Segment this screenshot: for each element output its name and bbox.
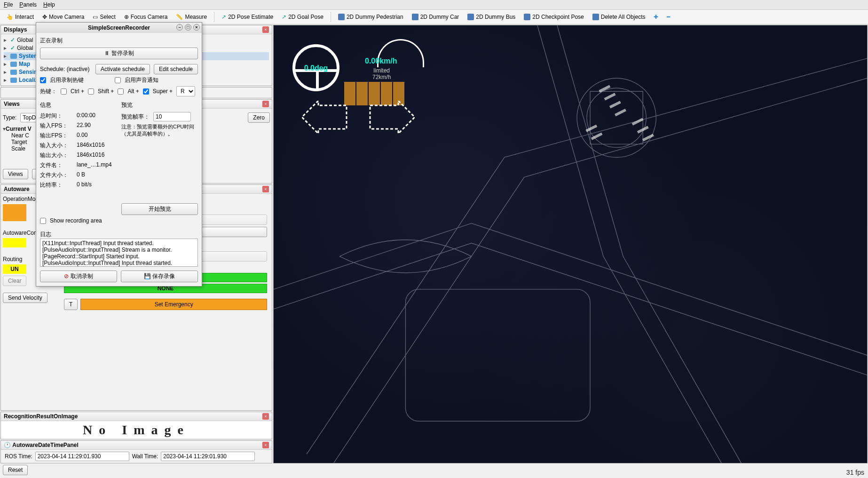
3d-viewport[interactable]: 0.0deg 0.00km/h limited72km/h <box>273 25 868 463</box>
ctrl-checkbox[interactable] <box>61 88 67 95</box>
left-arrow-icon <box>302 101 349 134</box>
save-recording-button[interactable]: 💾 保存录像 <box>121 271 198 282</box>
enable-hotkey-checkbox[interactable] <box>40 77 46 83</box>
autoware-icon <box>524 14 530 20</box>
send-velocity-button[interactable]: Send Velocity <box>3 293 47 303</box>
interact-button[interactable]: 👆Interact <box>3 12 37 22</box>
show-area-checkbox[interactable] <box>40 218 46 224</box>
reset-button[interactable]: Reset <box>3 465 28 475</box>
window-titlebar[interactable]: SimpleScreenRecorder – □ × <box>36 23 202 33</box>
datetime-panel: 🕐 AutowareDateTimePanel × ROS Time: Wall… <box>0 440 272 463</box>
speed-value: 0.00km/h <box>365 57 397 65</box>
close-icon[interactable]: × <box>262 101 269 107</box>
clear-button[interactable]: Clear <box>3 276 26 286</box>
schedule-label: Schedule: (inactive) <box>40 66 92 72</box>
recognition-title: RecognitionResultOnImage <box>4 413 78 420</box>
recognition-panel: RecognitionResultOnImage × No Image <box>0 412 272 439</box>
close-icon[interactable]: × <box>262 186 269 192</box>
displays-title: Displays <box>4 26 27 33</box>
2d-goal-pose-button[interactable]: ↗2D Goal Pose <box>278 12 327 22</box>
svg-rect-2 <box>405 289 590 421</box>
minus-button[interactable]: ━ <box>663 12 673 22</box>
direction-arrows <box>302 101 415 134</box>
info-heading: 信息 <box>40 101 117 109</box>
activate-schedule-button[interactable]: Activate schedule <box>95 64 150 74</box>
wall-time-field[interactable] <box>161 452 255 461</box>
pause-button[interactable]: ⏸ 暂停录制 <box>40 48 198 59</box>
right-arrow-icon <box>368 101 415 134</box>
dummy-bus-button[interactable]: 2D Dummy Bus <box>464 12 519 22</box>
preview-note: 注意：预览需要额外的CPU时间（尤其是高帧率的）。 <box>121 123 198 137</box>
2d-pose-estimate-button[interactable]: ↗2D Pose Estimate <box>218 12 276 22</box>
close-icon[interactable]: × <box>262 442 269 448</box>
views-tab[interactable]: Views <box>3 169 28 179</box>
t-button[interactable]: T <box>64 299 78 310</box>
plus-button[interactable]: ✚ <box>650 12 662 22</box>
menubar: FFileile Panels Help <box>0 0 868 10</box>
preview-heading: 预览 <box>121 101 198 109</box>
focus-camera-button[interactable]: ⊕Focus Camera <box>121 12 171 22</box>
cancel-recording-button[interactable]: ⊘ 取消录制 <box>40 271 117 282</box>
minimize-icon[interactable]: – <box>176 24 183 31</box>
select-button[interactable]: ▭Select <box>89 12 118 22</box>
steering-wheel-icon: 0.0deg <box>292 44 339 91</box>
delete-all-button[interactable]: Delete All Objects <box>589 12 649 22</box>
enable-sound-checkbox[interactable] <box>115 77 121 83</box>
alt-checkbox[interactable] <box>118 88 124 95</box>
menu-help[interactable]: Help <box>43 1 55 8</box>
type-label: Type: <box>3 114 16 121</box>
control-indicator <box>3 238 26 247</box>
log-heading: 日志 <box>40 231 198 239</box>
operation-mode-indicator <box>3 204 26 221</box>
dummy-pedestrian-button[interactable]: 2D Dummy Pedestrian <box>335 12 407 22</box>
shift-checkbox[interactable] <box>88 88 94 95</box>
autoware-title: Autoware <box>4 186 30 192</box>
dummy-car-button[interactable]: 2D Dummy Car <box>409 12 463 22</box>
close-icon[interactable]: × <box>262 413 269 420</box>
menu-file[interactable]: FFileile <box>4 1 13 8</box>
start-preview-button[interactable]: 开始预览 <box>121 203 198 215</box>
menu-panels[interactable]: Panels <box>19 1 37 8</box>
autoware-icon <box>592 14 599 20</box>
edit-schedule-button[interactable]: Edit schedule <box>154 64 198 74</box>
autoware-icon <box>467 14 474 20</box>
svg-point-0 <box>577 78 656 157</box>
steering-angle: 0.0deg <box>304 64 328 72</box>
autoware-icon <box>412 14 418 20</box>
set-emergency-button[interactable]: Set Emergency <box>80 299 267 310</box>
autoware-icon <box>338 14 345 20</box>
move-camera-button[interactable]: ✥Move Camera <box>39 12 87 22</box>
checkpoint-pose-button[interactable]: 2D Checkpoint Pose <box>521 12 587 22</box>
log-textarea[interactable]: [X11Input::InputThread] Input thread sta… <box>40 239 198 267</box>
ros-time-label: ROS Time: <box>5 453 32 460</box>
svg-point-1 <box>587 88 646 147</box>
screen-recorder-window[interactable]: SimpleScreenRecorder – □ × 正在录制 ⏸ 暂停录制 S… <box>36 22 202 287</box>
zero-button[interactable]: Zero <box>248 112 270 123</box>
recording-status: 正在录制 <box>40 37 198 45</box>
super-checkbox[interactable] <box>143 88 149 95</box>
datetime-title: AutowareDateTimePanel <box>12 442 79 448</box>
maximize-icon[interactable]: □ <box>185 24 191 31</box>
close-icon[interactable]: × <box>262 26 269 33</box>
current-view-label: Current V <box>6 126 32 132</box>
fps-label: 31 fps <box>846 469 864 476</box>
wall-time-label: Wall Time: <box>132 453 158 460</box>
views-title: Views <box>4 101 20 107</box>
routing-indicator: UN <box>3 264 26 274</box>
hotkey-key-select[interactable]: R <box>176 86 195 96</box>
measure-button[interactable]: 📏Measure <box>173 12 210 22</box>
close-icon[interactable]: × <box>193 24 200 31</box>
recognition-image-placeholder: No Image <box>1 421 272 439</box>
ros-time-field[interactable] <box>35 452 129 461</box>
hud-overlay: 0.0deg 0.00km/h limited72km/h <box>292 44 424 91</box>
preview-rate-input[interactable] <box>153 112 191 121</box>
